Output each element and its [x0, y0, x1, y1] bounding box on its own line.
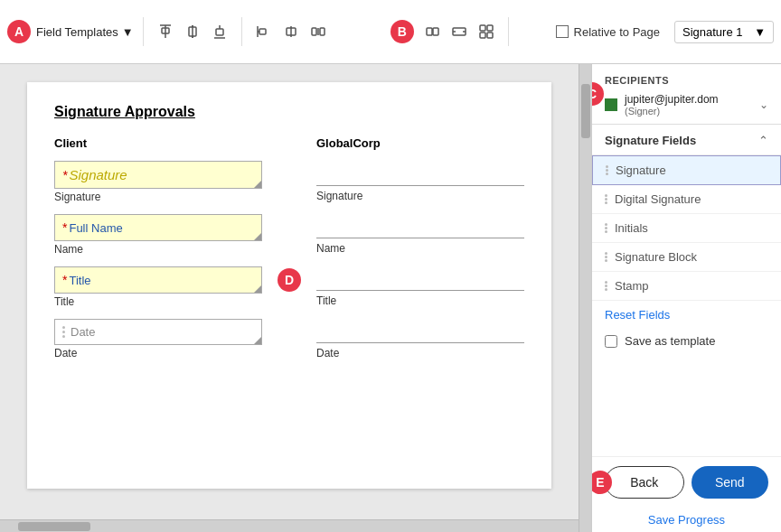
relative-to-page-label: Relative to Page	[574, 25, 660, 39]
badge-a: A	[7, 20, 31, 43]
align-center-v-icon[interactable]	[180, 19, 205, 44]
sig-fields-title: Signature Fields	[605, 134, 696, 147]
resize-icon[interactable]	[419, 19, 445, 44]
badge-d: D	[278, 268, 301, 292]
required-star-name: *	[62, 220, 67, 235]
distribute-icon[interactable]	[306, 19, 331, 44]
corner-mark	[254, 181, 261, 188]
doc-scroll-area[interactable]: Signature Approvals Client * Signature	[0, 64, 579, 519]
field-group-name-client: * Full Name Name	[54, 214, 262, 256]
field-group-title-client: * Title D Title	[54, 266, 262, 308]
name-placeholder: Full Name	[69, 221, 122, 235]
v-scroll-thumb[interactable]	[581, 84, 590, 138]
save-as-template-label: Save as template	[625, 334, 715, 348]
send-button[interactable]: Send	[692, 466, 769, 499]
name-line-gc	[316, 213, 524, 238]
relative-to-page-toggle[interactable]: Relative to Page	[556, 25, 660, 39]
back-button[interactable]: Back	[605, 466, 684, 499]
drag-handle-sig-block	[605, 252, 607, 262]
field-group-date-client: Date Date	[54, 319, 262, 359]
align-left-icon[interactable]	[251, 19, 277, 44]
recipient-color-swatch	[605, 98, 617, 111]
reset-fields-link[interactable]: Reset Fields	[592, 301, 781, 329]
recipient-chevron-icon: ⌄	[759, 98, 768, 111]
sig-field-label-digital: Digital Signature	[615, 192, 701, 206]
toolbar-icon-group-2	[251, 19, 331, 44]
recipient-row[interactable]: jupiter@jupiter.dom (Signer) ⌄	[605, 93, 768, 117]
align-bottom-icon[interactable]	[207, 19, 232, 44]
drag-handle-stamp	[605, 281, 607, 291]
sig-field-item-signature-block[interactable]: Signature Block	[592, 243, 781, 272]
field-group-signature-client: * Signature Signature	[54, 161, 262, 203]
recipient-role: (Signer)	[625, 106, 752, 117]
name-label-gc: Name	[316, 242, 524, 255]
sig-field-item-signature[interactable]: Signature	[592, 155, 781, 185]
field-templates-button[interactable]: Field Templates ▼	[36, 25, 134, 39]
title-placeholder: Title	[69, 274, 90, 287]
svg-rect-16	[320, 28, 325, 35]
drag-handle-initials	[605, 223, 607, 233]
svg-rect-26	[480, 33, 485, 38]
document-area: Signature Approvals Client * Signature	[0, 64, 579, 532]
date-field-client[interactable]: Date	[54, 319, 262, 345]
required-star: *	[62, 168, 67, 182]
recipients-title: RECIPIENTS	[605, 75, 768, 86]
main-layout: Signature Approvals Client * Signature	[0, 64, 781, 532]
signature-select-value: Signature 1	[682, 25, 743, 39]
field-group-date-gc: Date	[316, 318, 524, 359]
title-line-gc	[316, 266, 524, 291]
signature-line-gc	[316, 161, 524, 186]
recipient-info: jupiter@jupiter.dom (Signer)	[625, 93, 752, 117]
toolbar: A Field Templates ▼	[0, 0, 781, 64]
vertical-scrollbar[interactable]	[579, 64, 591, 532]
doc-columns: Client * Signature Signature	[54, 136, 524, 370]
client-heading: Client	[54, 136, 262, 150]
toolbar-divider-2	[241, 17, 242, 46]
title-field-client[interactable]: * Title D	[54, 266, 262, 294]
svg-rect-11	[259, 29, 266, 34]
signature-select[interactable]: Signature 1 ▼	[674, 21, 774, 43]
badge-b: B	[390, 20, 414, 43]
right-panel: C RECIPIENTS jupiter@jupiter.dom (Signer…	[591, 64, 781, 532]
bottom-buttons: Back Send	[592, 456, 781, 508]
date-line-gc	[316, 318, 524, 343]
date-field-label: Date	[54, 347, 262, 359]
corner-mark-title	[254, 285, 261, 293]
sig-field-item-digital-signature[interactable]: Digital Signature	[592, 185, 781, 214]
chevron-down-icon: ▼	[122, 25, 134, 39]
sig-field-item-stamp[interactable]: Stamp	[592, 272, 781, 301]
toolbar-divider-1	[143, 17, 144, 46]
svg-rect-19	[433, 28, 438, 35]
field-group-signature-gc: Signature	[316, 161, 524, 202]
toolbar-divider-3	[508, 17, 509, 46]
field-group-title-gc: Title	[316, 266, 524, 307]
save-as-template-checkbox[interactable]	[605, 335, 617, 348]
field-templates-label: Field Templates	[36, 25, 118, 39]
svg-rect-8	[216, 29, 223, 35]
svg-rect-15	[312, 28, 316, 35]
h-scroll-thumb[interactable]	[18, 522, 90, 531]
date-label-gc: Date	[316, 347, 524, 359]
relative-to-page-checkbox	[556, 25, 569, 38]
sig-field-label-signature: Signature	[616, 163, 666, 177]
grid-icon[interactable]	[474, 19, 499, 44]
toolbar-icon-group-3	[419, 19, 499, 44]
align-top-icon[interactable]	[153, 19, 178, 44]
name-field-client[interactable]: * Full Name	[54, 214, 262, 241]
name-field-label: Name	[54, 243, 262, 256]
align-center-h-icon[interactable]	[278, 19, 304, 44]
globalcorp-heading: GlobalCorp	[316, 136, 524, 150]
bottom-buttons-wrapper: E Back Send	[592, 456, 781, 508]
save-progress-link[interactable]: Save Progress	[592, 508, 781, 532]
sig-field-label-sig-block: Signature Block	[615, 250, 697, 264]
sig-fields-collapse-icon[interactable]: ⌃	[758, 134, 768, 147]
title-field-label: Title	[54, 295, 262, 308]
signature-field-client[interactable]: * Signature	[54, 161, 262, 189]
same-width-icon[interactable]	[447, 19, 472, 44]
sig-field-item-initials[interactable]: Initials	[592, 214, 781, 243]
recipients-section: C RECIPIENTS jupiter@jupiter.dom (Signer…	[592, 64, 781, 125]
globalcorp-column: GlobalCorp Signature Name Title	[316, 136, 524, 370]
badge-b-wrapper: B	[390, 20, 414, 43]
field-group-name-gc: Name	[316, 213, 524, 255]
horizontal-scrollbar[interactable]	[0, 519, 579, 532]
